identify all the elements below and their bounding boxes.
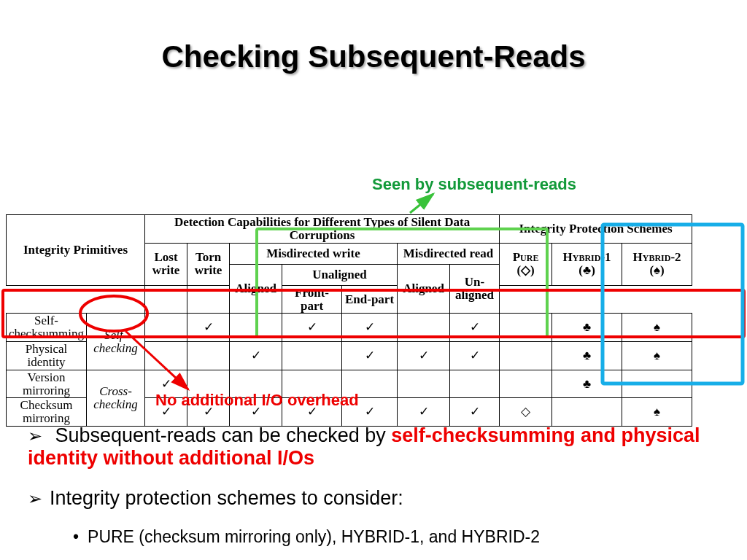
bullet-2: Integrity protection schemes to consider… [28, 487, 721, 510]
annotation-no-overhead: No additional I/O overhead [155, 391, 359, 410]
hdr-front: Front-part [282, 285, 342, 314]
arrow-green [410, 194, 433, 213]
hdr-misdir-w: Misdirected write [230, 243, 398, 264]
cell: ✓ [342, 314, 398, 342]
integrity-table: Integrity Primitives Detection Capabilit… [6, 214, 744, 427]
cell: ✓ [450, 314, 500, 342]
hdr-hybrid1: Hybrid-1(♣) [552, 243, 622, 285]
hdr-primitives: Integrity Primitives [7, 215, 145, 286]
row-name: Physical identity [7, 342, 87, 370]
cell [500, 370, 552, 398]
hdr-lost: Lost write [145, 243, 187, 285]
cell [500, 314, 552, 342]
hdr-aligned-r: Aligned [398, 264, 450, 314]
hdr-aligned-w: Aligned [230, 264, 282, 314]
row-group-self: Self-checking [87, 314, 145, 370]
slide: Checking Subsequent-Reads Seen by subseq… [0, 39, 747, 560]
cell: ✓ [187, 314, 230, 342]
cell [500, 342, 552, 370]
slide-title: Checking Subsequent-Reads [0, 39, 747, 74]
hdr-torn: Torn write [187, 243, 230, 285]
hdr-misdir-r: Misdirected read [398, 243, 500, 264]
cell: ✓ [342, 342, 398, 370]
cell [282, 342, 342, 370]
cell [398, 314, 450, 342]
cell: ✓ [398, 398, 450, 427]
cell: ✓ [450, 398, 500, 427]
hdr-schemes: Integrity Protection Schemes [500, 215, 692, 244]
table-row: Self-checksumming Self-checking ✓ ✓ ✓ ✓ … [7, 314, 745, 342]
cell: ♣ [552, 342, 622, 370]
cell: ♣ [552, 314, 622, 342]
cell: ✓ [450, 342, 500, 370]
cell [450, 370, 500, 398]
table-header-row: Integrity Primitives Detection Capabilit… [7, 215, 745, 244]
bullet-2-sub: PURE (checksum mirroring only), HYBRID-1… [73, 527, 721, 547]
bullet-list: Subsequent-reads can be checked by self-… [28, 424, 721, 547]
cell [145, 342, 187, 370]
cell [398, 370, 450, 398]
hdr-end: End-part [342, 285, 398, 314]
cell [187, 342, 230, 370]
bullet-1: Subsequent-reads can be checked by self-… [28, 424, 721, 470]
table-container: Integrity Primitives Detection Capabilit… [6, 214, 744, 427]
hdr-unaligned-r: Un-aligned [450, 264, 500, 314]
cell: ✓ [398, 342, 450, 370]
cell: ♠ [622, 314, 692, 342]
table-header-row: Front-part End-part [7, 285, 745, 314]
cell [622, 370, 692, 398]
cell [230, 314, 282, 342]
row-group-cross: Cross-checking [87, 370, 145, 426]
cell: ♠ [622, 342, 692, 370]
annotation-seen-by: Seen by subsequent-reads [372, 175, 576, 194]
hdr-unaligned-w: Unaligned [282, 264, 398, 285]
cell: ◇ [500, 398, 552, 427]
cell: ♣ [552, 370, 622, 398]
row-name: Version mirroring [7, 370, 87, 398]
row-name: Self-checksumming [7, 314, 87, 342]
table-row: Version mirroring Cross-checking ✓ ♣ [7, 370, 745, 398]
cell: ✓ [230, 342, 282, 370]
cell: ✓ [282, 314, 342, 342]
hdr-hybrid2: Hybrid-2(♠) [622, 243, 692, 285]
cell: ♠ [622, 398, 692, 427]
hdr-pure: Pure(◇) [500, 243, 552, 285]
hdr-detection: Detection Capabilities for Different Typ… [145, 215, 500, 244]
cell [552, 398, 622, 427]
cell [145, 314, 187, 342]
row-name: Checksum mirroring [7, 398, 87, 427]
